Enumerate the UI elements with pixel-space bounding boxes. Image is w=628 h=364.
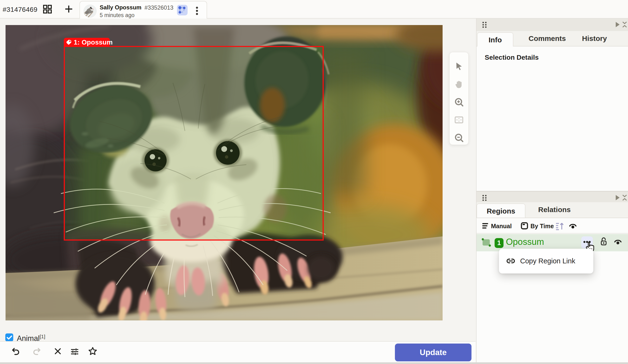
svg-text:1: Opossum: 1: Opossum [74, 39, 113, 46]
